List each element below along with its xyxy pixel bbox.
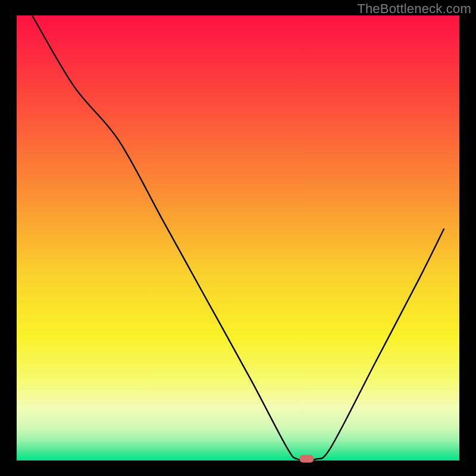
watermark-label: TheBottleneck.com [357, 1, 471, 17]
plot-background [17, 15, 459, 461]
chart-svg [0, 0, 476, 476]
bottleneck-chart: TheBottleneck.com [0, 0, 476, 476]
optimal-marker [299, 455, 314, 463]
